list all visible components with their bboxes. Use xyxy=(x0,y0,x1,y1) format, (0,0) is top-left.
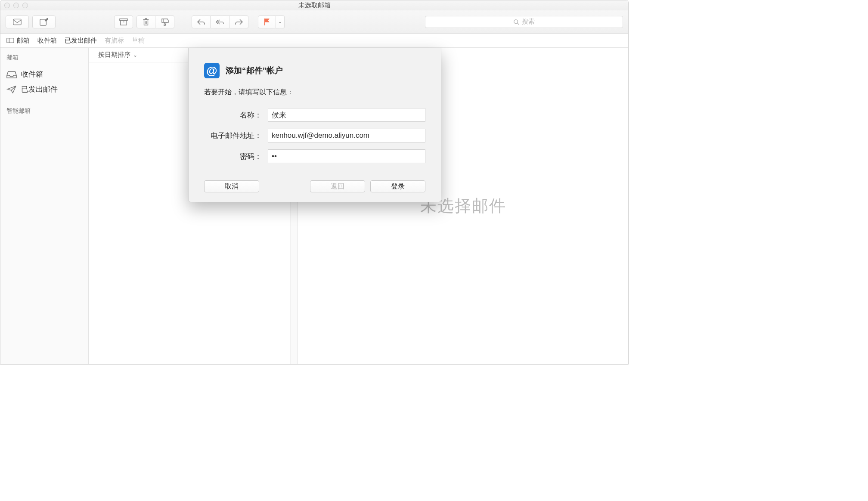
sidebar-toggle-icon xyxy=(6,37,14,43)
sidebar-item-inbox[interactable]: 收件箱 xyxy=(6,67,88,82)
trash-icon xyxy=(142,18,150,26)
inbox-icon xyxy=(6,71,17,78)
envelope-icon xyxy=(13,18,22,26)
chevron-down-icon: ⌄ xyxy=(133,52,137,58)
favbar-flagged[interactable]: 有旗标 xyxy=(105,37,124,45)
favbar-mailboxes-label: 邮箱 xyxy=(17,37,30,45)
toolbar: ⌄ 搜索 xyxy=(0,10,628,34)
sidebar-item-label: 已发出邮件 xyxy=(21,84,58,94)
favorites-bar: 邮箱 收件箱 已发出邮件 有旗标 草稿 xyxy=(0,34,628,48)
svg-rect-3 xyxy=(121,20,127,25)
sidebar: 邮箱 收件箱 已发出邮件 智能邮箱 xyxy=(0,48,89,364)
flag-icon xyxy=(263,18,271,26)
reply-all-icon xyxy=(216,18,224,26)
zoom-window-button[interactable] xyxy=(22,3,28,8)
reply-button[interactable] xyxy=(192,15,211,28)
favbar-inbox[interactable]: 收件箱 xyxy=(37,37,57,45)
close-window-button[interactable] xyxy=(4,3,10,8)
flag-button[interactable] xyxy=(258,15,276,28)
password-field[interactable] xyxy=(268,149,425,163)
chevron-down-icon: ⌄ xyxy=(278,19,282,25)
svg-rect-5 xyxy=(7,38,14,43)
forward-button[interactable] xyxy=(229,15,248,28)
login-button[interactable]: 登录 xyxy=(370,180,425,192)
forward-icon xyxy=(235,18,243,26)
back-button: 返回 xyxy=(310,180,365,192)
reply-all-button[interactable] xyxy=(211,15,229,28)
dialog-subtitle: 若要开始，请填写以下信息： xyxy=(204,88,425,97)
email-field[interactable] xyxy=(268,129,425,142)
search-input[interactable]: 搜索 xyxy=(425,16,623,28)
reply-icon xyxy=(197,18,205,26)
archive-button[interactable] xyxy=(114,15,133,28)
sidebar-section-mailboxes: 邮箱 xyxy=(6,54,88,62)
sidebar-section-smart: 智能邮箱 xyxy=(6,107,88,115)
titlebar: 未选取邮箱 xyxy=(0,0,628,10)
name-field[interactable] xyxy=(268,108,425,122)
mailboxes-toggle[interactable]: 邮箱 xyxy=(6,37,30,45)
thumbs-down-icon xyxy=(161,18,169,26)
paper-plane-icon xyxy=(6,86,17,93)
svg-rect-0 xyxy=(13,19,21,25)
get-mail-button[interactable] xyxy=(6,15,29,28)
minimize-window-button[interactable] xyxy=(13,3,19,8)
at-sign-icon: @ xyxy=(204,63,220,78)
favbar-sent[interactable]: 已发出邮件 xyxy=(65,37,97,45)
junk-button[interactable] xyxy=(155,15,174,28)
window-title: 未选取邮箱 xyxy=(0,1,628,9)
name-label: 名称： xyxy=(204,110,268,120)
delete-button[interactable] xyxy=(136,15,155,28)
sidebar-item-sent[interactable]: 已发出邮件 xyxy=(6,82,88,97)
svg-point-4 xyxy=(514,19,518,23)
search-icon xyxy=(513,19,519,25)
dialog-title: 添加“邮件”帐户 xyxy=(226,65,283,76)
password-label: 密码： xyxy=(204,152,268,161)
compose-icon xyxy=(40,18,48,26)
add-account-dialog: @ 添加“邮件”帐户 若要开始，请填写以下信息： 名称： 电子邮件地址： 密码：… xyxy=(188,48,441,202)
archive-icon xyxy=(119,18,128,26)
search-placeholder: 搜索 xyxy=(522,18,535,26)
email-label: 电子邮件地址： xyxy=(204,131,268,141)
sidebar-item-label: 收件箱 xyxy=(21,69,43,79)
favbar-drafts[interactable]: 草稿 xyxy=(132,37,145,45)
flag-menu-button[interactable]: ⌄ xyxy=(276,15,285,28)
window-controls xyxy=(4,3,28,8)
app-window: 未选取邮箱 xyxy=(0,0,629,365)
sort-label: 按日期排序 xyxy=(98,51,130,59)
compose-button[interactable] xyxy=(32,15,56,28)
cancel-button[interactable]: 取消 xyxy=(204,180,259,192)
